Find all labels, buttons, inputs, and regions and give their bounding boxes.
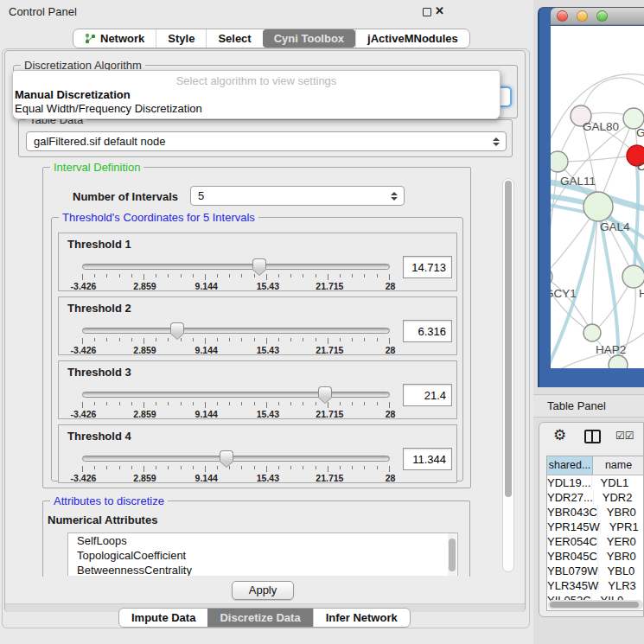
tick-mark (168, 466, 169, 469)
network-edge[interactable] (558, 156, 637, 162)
table-row[interactable]: YBR043CYBR0 (547, 505, 644, 520)
tick-mark (328, 338, 328, 344)
network-node[interactable] (551, 151, 568, 172)
tick-mark (278, 402, 279, 405)
network-edge-thick[interactable] (634, 166, 638, 277)
tick-mark (168, 402, 169, 405)
tab-infer-network[interactable]: Infer Network (313, 609, 410, 627)
algorithm-hint: Select algorithm to view settings (13, 74, 500, 87)
table-data-combo[interactable]: galFiltered.sif default node (26, 131, 507, 151)
slider-track[interactable] (82, 328, 390, 334)
threshold-label: Threshold 1 (67, 238, 131, 251)
attribute-item-topologicalcoefficient[interactable]: TopologicalCoefficient (68, 548, 457, 563)
numerical-attributes-list[interactable]: SelfLoopsTopologicalCoefficientBetweenne… (67, 532, 458, 576)
attribute-item-selfloops[interactable]: SelfLoops (68, 533, 457, 548)
attribute-item-betweennesscentrality[interactable]: BetweennessCentrality (68, 563, 457, 576)
threshold-block-2: Threshold 2-3.4262.8599.14415.4321.71528 (58, 296, 457, 355)
tab-style[interactable]: Style (156, 29, 206, 48)
tick-mark (303, 466, 303, 469)
threshold-slider[interactable]: -3.4262.8599.14415.4321.71528 (82, 387, 390, 418)
network-canvas[interactable]: GAL80GACGAL11GAL4GCY1HHAP2 (551, 26, 644, 368)
threshold-value-field[interactable] (403, 448, 452, 470)
algorithm-option-manual-discretization[interactable]: Manual Discretization (15, 88, 131, 101)
slider-track[interactable] (82, 392, 390, 398)
close-light[interactable] (557, 10, 568, 22)
table-row[interactable]: YDL19...YDL1 (547, 475, 644, 490)
tab-jactivemnodules[interactable]: jActiveMNodules (355, 29, 469, 48)
cell-shared-name: YPR145W (547, 520, 601, 534)
tick-mark (364, 338, 365, 341)
network-edge[interactable] (551, 162, 558, 277)
tab-impute-data[interactable]: Impute Data (119, 609, 207, 627)
threshold-slider[interactable]: -3.4262.8599.14415.4321.71528 (82, 451, 390, 482)
threshold-slider[interactable]: -3.4262.8599.14415.4321.71528 (82, 259, 390, 290)
table-row[interactable]: YBL079WYBL0 (547, 564, 644, 578)
network-graph[interactable]: GAL80GACGAL11GAL4GCY1HHAP2 (551, 26, 644, 368)
tick-mark (254, 274, 255, 277)
zoom-light[interactable] (596, 10, 608, 22)
panel-scrollbar-thumb[interactable] (505, 181, 512, 497)
list-scrollbar-thumb[interactable] (449, 539, 456, 571)
list-scrollbar[interactable] (448, 533, 456, 576)
tab-select[interactable]: Select (206, 29, 262, 48)
table-row[interactable]: YLR345WYLR3 (547, 578, 644, 593)
tick-mark (389, 274, 390, 280)
checkboxes-icon[interactable]: ☑☑ (615, 430, 634, 442)
slider-thumb[interactable] (220, 450, 233, 466)
panel-scrollbar[interactable] (502, 178, 514, 572)
tab-network[interactable]: Network (73, 29, 156, 48)
table-horizontal-scrollbar[interactable] (548, 600, 643, 609)
slider-thumb[interactable] (170, 322, 184, 338)
slider-thumb[interactable] (252, 258, 266, 274)
threshold-value-field[interactable] (403, 384, 452, 406)
column-header-shared-name[interactable]: shared... (547, 456, 593, 475)
slider-thumb[interactable] (318, 386, 332, 402)
tick-mark (377, 402, 378, 405)
minimize-light[interactable] (577, 10, 588, 22)
tick-mark (377, 274, 378, 277)
node-label-c: C (637, 160, 644, 173)
column-header-name[interactable]: name (593, 456, 644, 475)
network-node[interactable] (583, 324, 601, 341)
tick-mark (106, 274, 107, 277)
scale-label: 9.144 (195, 473, 218, 483)
network-node[interactable] (609, 355, 628, 368)
table-header-row: shared... name (547, 456, 644, 475)
tick-mark (193, 402, 194, 405)
tab-cyni-toolbox[interactable]: Cyni Toolbox (263, 29, 355, 48)
table-row[interactable]: YPR145WYPR1 (547, 520, 644, 534)
tick-mark (254, 402, 255, 405)
slider-track[interactable] (82, 264, 390, 270)
tab-label: Cyni Toolbox (274, 32, 344, 45)
split-columns-icon[interactable] (584, 430, 601, 443)
tick-mark (82, 402, 83, 408)
tick-mark (377, 338, 378, 341)
network-node[interactable] (622, 265, 644, 288)
table-row[interactable]: YDR27...YDR2 (547, 490, 644, 505)
tick-mark (156, 274, 156, 277)
network-node[interactable] (583, 192, 613, 221)
threshold-value-field[interactable] (403, 256, 452, 278)
apply-button[interactable]: Apply (232, 581, 294, 600)
network-node[interactable] (551, 267, 552, 286)
table-row[interactable]: YBR045CYBR0 (547, 549, 644, 564)
close-icon[interactable]: ✕ (435, 4, 444, 17)
gear-icon[interactable]: ⚙ (553, 426, 566, 444)
num-intervals-combo[interactable]: 5 (190, 186, 405, 206)
thresholds-group: Threshold's Coordinates for 5 Intervals … (51, 217, 463, 481)
threshold-slider[interactable]: -3.4262.8599.14415.4321.71528 (82, 323, 390, 354)
table-scrollbar-thumb[interactable] (550, 602, 639, 608)
cell-name: YBL0 (599, 564, 644, 578)
threshold-value-field[interactable] (403, 320, 452, 342)
slider-track[interactable] (82, 456, 390, 462)
tick-mark (168, 338, 169, 341)
stepper-arrows-icon (493, 137, 500, 146)
algorithm-option-equal-width-frequency-discretization[interactable]: Equal Width/Frequency Discretization (15, 102, 202, 115)
control-panel-titlebar: Control Panel ✕ (0, 0, 533, 24)
table-row[interactable]: YER054CYER0 (547, 534, 644, 549)
tick-mark (328, 466, 328, 472)
tick-mark (82, 466, 83, 472)
tab-discretize-data[interactable]: Discretize Data (207, 609, 312, 627)
network-window-titlebar[interactable] (551, 8, 644, 25)
float-icon[interactable] (423, 8, 431, 16)
